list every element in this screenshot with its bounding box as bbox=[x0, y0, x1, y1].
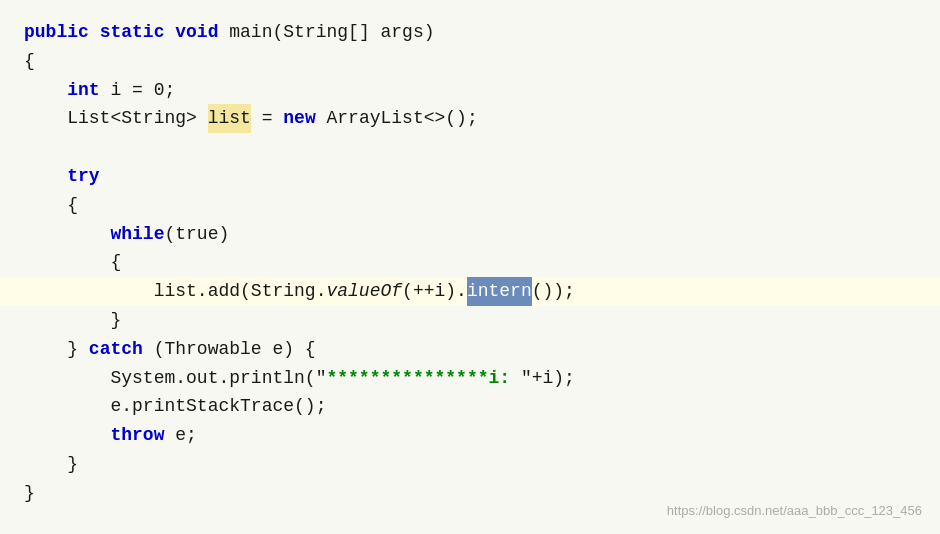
print-stack-trace-call: e.printStackTrace(); bbox=[110, 392, 326, 421]
keyword-public: public bbox=[24, 18, 100, 47]
indent bbox=[24, 191, 67, 220]
while-condition: (true) bbox=[164, 220, 229, 249]
assignment-op: = bbox=[251, 104, 283, 133]
brace-while-close: } bbox=[110, 306, 121, 335]
indent bbox=[24, 421, 110, 450]
keyword-static: static bbox=[100, 18, 176, 47]
indent bbox=[24, 248, 110, 277]
code-line-7: { bbox=[24, 191, 916, 220]
closing-parens: ()); bbox=[532, 277, 575, 306]
catch-param: (Throwable e) { bbox=[143, 335, 316, 364]
code-line-14: e.printStackTrace(); bbox=[24, 392, 916, 421]
sysout-call: System.out.println(" bbox=[110, 364, 326, 393]
brace-catch-close: } bbox=[67, 450, 78, 479]
code-line-4: List<String> list = new ArrayList<>(); bbox=[24, 104, 916, 133]
list-add-call: list.add(String. bbox=[154, 277, 327, 306]
indent bbox=[24, 335, 67, 364]
code-line-9: { bbox=[24, 248, 916, 277]
indent bbox=[24, 104, 67, 133]
indent bbox=[24, 450, 67, 479]
keyword-try: try bbox=[67, 162, 99, 191]
keyword-throw: throw bbox=[110, 421, 164, 450]
indent bbox=[24, 76, 67, 105]
keyword-new: new bbox=[283, 104, 315, 133]
keyword-catch: catch bbox=[89, 335, 143, 364]
indent bbox=[24, 392, 110, 421]
list-type: List<String> bbox=[67, 104, 207, 133]
code-line-15: throw e; bbox=[24, 421, 916, 450]
empty-line-5 bbox=[24, 133, 916, 162]
code-line-1: public static void main(String[] args) bbox=[24, 18, 916, 47]
keyword-void: void bbox=[175, 18, 229, 47]
var-declaration: i = 0; bbox=[100, 76, 176, 105]
code-line-11: } bbox=[24, 306, 916, 335]
method-signature: main(String[] args) bbox=[229, 18, 434, 47]
keyword-while: while bbox=[110, 220, 164, 249]
watermark: https://blog.csdn.net/aaa_bbb_ccc_123_45… bbox=[667, 501, 922, 522]
arg-increment: (++i). bbox=[402, 277, 467, 306]
code-line-10-highlighted: list.add(String.valueOf(++i).intern()); bbox=[0, 277, 940, 306]
code-line-8: while(true) bbox=[24, 220, 916, 249]
code-line-2: { bbox=[24, 47, 916, 76]
brace-while-open: { bbox=[110, 248, 121, 277]
code-line-3: int i = 0; bbox=[24, 76, 916, 105]
method-valueof: valueOf bbox=[326, 277, 402, 306]
indent bbox=[24, 364, 110, 393]
indent bbox=[24, 306, 110, 335]
code-line-16: } bbox=[24, 450, 916, 479]
var-list-highlighted: list bbox=[208, 104, 251, 133]
brace-open: { bbox=[24, 47, 35, 76]
code-container: public static void main(String[] args) {… bbox=[0, 0, 940, 534]
string-stars-and-label: ***************i: bbox=[326, 364, 520, 393]
method-intern-highlighted: intern bbox=[467, 277, 532, 306]
code-line-6: try bbox=[24, 162, 916, 191]
indent bbox=[24, 220, 110, 249]
brace-try-open: { bbox=[67, 191, 78, 220]
code-line-13: System.out.println("***************i: "+… bbox=[24, 364, 916, 393]
arraylist-init: ArrayList<>(); bbox=[316, 104, 478, 133]
keyword-int: int bbox=[67, 76, 99, 105]
throw-expression: e; bbox=[164, 421, 196, 450]
indent bbox=[24, 162, 67, 191]
brace-try-close: } bbox=[67, 335, 89, 364]
brace-method-close: } bbox=[24, 479, 35, 508]
code-line-12: } catch (Throwable e) { bbox=[24, 335, 916, 364]
string-concat: "+i); bbox=[521, 364, 575, 393]
indent bbox=[24, 277, 154, 306]
